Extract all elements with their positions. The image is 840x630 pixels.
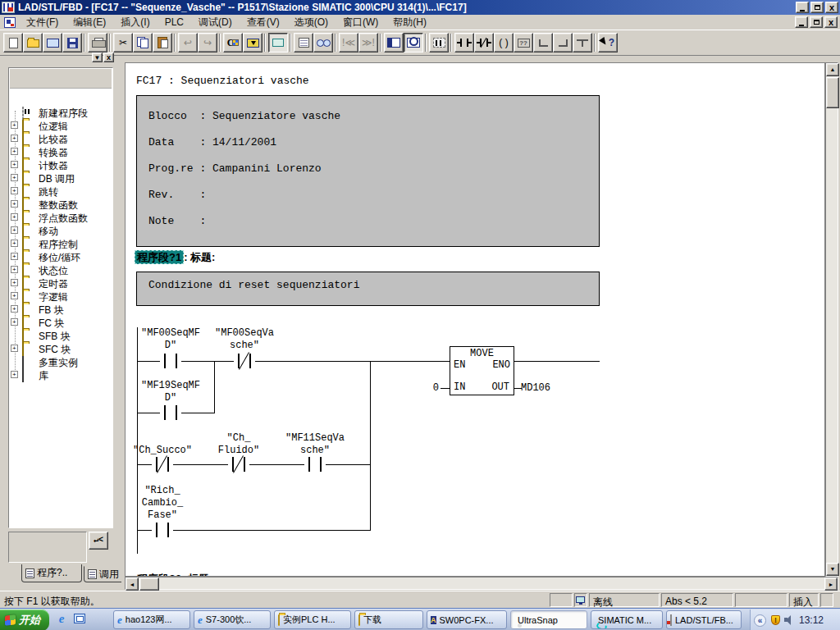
open-branch-button[interactable] [533,33,553,52]
operand-label[interactable]: "MF11SeqVa sche" [274,432,356,457]
task-lad-stl-fbd[interactable]: LAD/STL/FB... [666,610,742,629]
close-branch-button[interactable] [553,33,573,52]
menu-insert[interactable]: 插入(I) [113,14,157,31]
block-comment-box[interactable]: Blocco : Sequenziatore vasche Data : 14/… [136,95,600,247]
open-online-button[interactable] [43,33,62,52]
tray-clock[interactable]: 13:12 [799,614,824,626]
tree-item-status-bits[interactable]: +状态位 [9,263,112,276]
close-button[interactable]: x [825,2,838,13]
menu-help[interactable]: 帮助(H) [386,14,434,31]
goto-previous-error-button[interactable]: !≪ [339,33,358,52]
menu-file[interactable]: 文件(F) [19,14,66,31]
scroll-left-button[interactable]: ◄ [126,578,139,591]
expand-icon[interactable]: + [11,345,18,352]
restore-button[interactable] [810,2,824,13]
tree-item-program-control[interactable]: +程序控制 [9,237,112,250]
task-s7-300[interactable]: eS7-300饮... [194,610,271,629]
symbol-info-button[interactable] [268,33,288,52]
palette-close-button[interactable]: x [103,52,114,62]
paste-button[interactable] [153,33,172,52]
menu-options[interactable]: 选项(O) [287,14,336,31]
insert-empty-box-button[interactable]: ?? [514,33,533,52]
new-button[interactable] [3,33,23,52]
expand-icon[interactable]: + [11,213,18,221]
task-ultrasnap[interactable]: UltraSnap [510,610,587,629]
task-download-folder[interactable]: 下载 [354,610,423,629]
tree-item-move[interactable]: +移动 [9,224,112,237]
operand-label[interactable]: "MF00SeqVa sche" [203,327,285,352]
copy-button[interactable] [133,33,153,52]
lad-editor[interactable]: FC17 : Sequenziatori vasche Blocco : Seq… [125,62,825,577]
toggle-description-button[interactable]: ↵< [89,532,108,550]
expand-icon[interactable]: + [11,174,18,181]
scroll-up-button[interactable]: ▲ [826,63,839,76]
goto-next-error-button[interactable]: ≫! [358,33,378,52]
print-button[interactable] [88,33,107,52]
operand-label[interactable]: "MF19SeqMF D" [130,380,212,404]
context-help-button[interactable]: ? [598,33,618,52]
menu-window[interactable]: 窗口(W) [336,14,386,31]
download-button[interactable] [243,33,262,52]
insert-nc-contact-button[interactable] [474,33,494,52]
app-icon[interactable] [2,2,15,13]
tree-item-fc-blocks[interactable]: +FC 块 [9,316,112,329]
menu-debug[interactable]: 调试(D) [191,14,240,31]
expand-icon[interactable]: + [11,187,18,194]
mdi-restore-button[interactable] [810,16,823,28]
quicklaunch-show-desktop-icon[interactable] [72,612,87,627]
open-button[interactable] [23,33,43,52]
palette-header[interactable]: ▼ x [2,51,121,64]
network-title-suffix[interactable]: : 标题: [184,251,215,263]
compile-button[interactable]: C [223,33,243,52]
vertical-scroll-thumb[interactable] [826,77,839,108]
task-hao123[interactable]: ehao123网... [113,610,190,629]
tree-item-timers[interactable]: +定时器 [9,276,112,290]
tree-item-float-math[interactable]: +浮点数函数 [9,211,112,224]
insert-rung-button[interactable] [573,33,592,52]
expand-icon[interactable]: + [11,135,18,142]
no-contact-mf11seqvasche[interactable] [304,457,326,472]
operand-label[interactable]: "Ch_Succo" [126,445,199,457]
tree-item-jump[interactable]: +跳转 [9,185,112,198]
vertical-scrollbar[interactable]: ▲ ▼ [825,62,838,577]
start-button[interactable]: 开始 [0,609,49,630]
expand-icon[interactable]: + [11,240,18,247]
volume-icon[interactable] [784,615,794,625]
overview-button[interactable] [404,33,423,52]
no-contact-rich-cambio-fase[interactable] [152,523,173,537]
nc-contact-ch-succo[interactable] [152,457,173,472]
tree-item-libraries[interactable]: +库 [9,368,112,381]
tree-item-db-call[interactable]: +DB 调用 [9,171,112,185]
move-block[interactable]: MOVE EN ENO IN OUT [450,346,514,395]
operand-label[interactable]: "MF00SeqMF D" [130,327,212,352]
nc-contact-ch-fluido[interactable] [228,457,249,472]
new-network-button[interactable] [429,33,449,52]
menu-plc[interactable]: PLC [158,15,191,30]
task-simatic-manager[interactable]: SIMATIC M... [591,610,663,629]
cut-button[interactable]: ✂ [113,33,133,52]
expand-icon[interactable]: + [11,253,18,260]
minimize-button[interactable] [796,2,809,13]
expand-icon[interactable]: + [11,292,18,299]
nc-contact-mf00seqvasche[interactable] [234,354,255,368]
scroll-down-button[interactable]: ▼ [826,563,839,576]
insert-coil-button[interactable]: ( ) [494,33,514,52]
menu-view[interactable]: 查看(V) [240,14,287,31]
move-in-value[interactable]: 0 [426,382,439,394]
network-comment-box[interactable]: Condizione di reset sequenziatori [136,272,600,306]
tree-item-sfb-blocks[interactable]: SFB 块 [9,329,112,342]
no-contact-mf00seqmfd[interactable] [160,354,181,368]
fc-block-icon[interactable] [4,17,16,28]
expand-icon[interactable]: + [11,121,18,129]
network-label[interactable]: 程序段?1 [135,250,184,264]
redo-button[interactable]: ↪ [198,33,217,52]
tree-item-bit-logic[interactable]: +位逻辑 [9,119,112,132]
security-shield-icon[interactable]: ! [771,615,780,625]
expand-icon[interactable]: + [11,161,18,168]
palette-pin-button[interactable]: ▼ [92,52,103,62]
tree-item-integer-math[interactable]: +整数函数 [9,198,112,211]
quicklaunch-ie-icon[interactable]: e [54,612,69,627]
menu-edit[interactable]: 编辑(E) [66,14,113,31]
mdi-close-button[interactable]: x [824,16,838,28]
move-out-operand[interactable]: MD106 [521,382,550,394]
